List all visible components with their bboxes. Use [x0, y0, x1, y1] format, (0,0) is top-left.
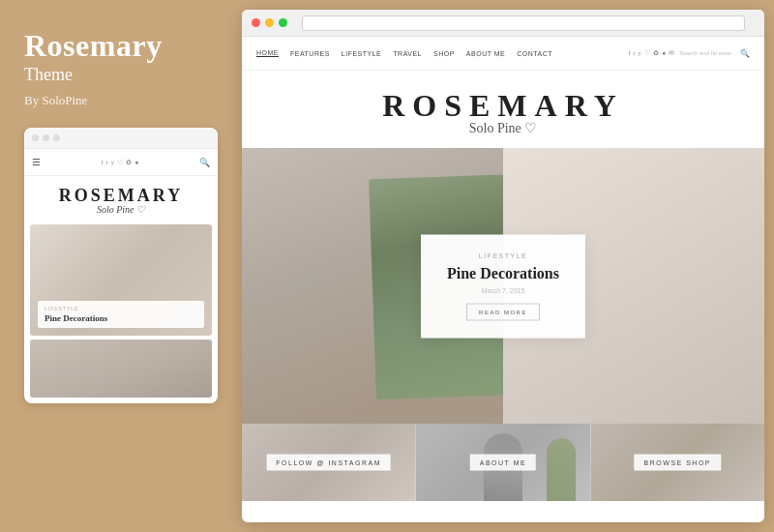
- mobile-dot-1: [32, 134, 39, 141]
- mobile-logo: ROSEMARY: [32, 186, 210, 206]
- read-more-button[interactable]: READ MORE: [466, 303, 540, 320]
- bottom-instagram: FOLLOW @ INSTAGRAM: [242, 424, 415, 501]
- nav-about[interactable]: ABOUT ME: [466, 50, 505, 57]
- mobile-dot-3: [53, 134, 60, 141]
- figure-plant: [547, 438, 576, 501]
- featured-card-date: March 7, 2015: [442, 286, 564, 293]
- nav-social-icons: fty♡✿●✉: [628, 49, 674, 57]
- mobile-small-card: [30, 340, 212, 398]
- bottom-about: ABOUT ME: [415, 424, 590, 501]
- featured-post: LIFESTYLE Pine Decorations March 7, 2015…: [242, 148, 764, 424]
- browser-close-dot: [252, 18, 260, 27]
- featured-card: LIFESTYLE Pine Decorations March 7, 2015…: [421, 234, 585, 338]
- mobile-search-icon: 🔍: [199, 158, 210, 167]
- theme-subtitle: Theme: [24, 65, 218, 85]
- mobile-card-title: Pine Decorations: [45, 313, 197, 323]
- search-icon[interactable]: 🔍: [740, 49, 750, 58]
- right-panel: HOME FEATURES LIFESTYLE TRAVEL SHOP ABOU…: [237, 0, 774, 532]
- nav-search-area: Search and hit enter... 🔍: [679, 49, 750, 58]
- about-label[interactable]: ABOUT ME: [470, 455, 536, 471]
- site-logo-script: Solo Pine ♡: [242, 120, 764, 136]
- browser-address-bar: [302, 15, 745, 31]
- nav-search-input[interactable]: Search and hit enter...: [679, 50, 736, 56]
- bottom-shop: BROWSE SHOP: [591, 424, 764, 501]
- featured-card-title: Pine Decorations: [442, 264, 564, 281]
- mobile-top-bar: [24, 128, 218, 149]
- mobile-blog-card: LIFESTYLE Pine Decorations: [30, 224, 212, 336]
- left-panel: Rosemary Theme By SoloPine ☰ fty♡✿● 🔍 RO…: [0, 0, 237, 532]
- instagram-label[interactable]: FOLLOW @ INSTAGRAM: [266, 455, 391, 471]
- mobile-card-category: LIFESTYLE: [45, 306, 197, 311]
- browser-max-dot: [279, 18, 287, 27]
- nav-shop[interactable]: SHOP: [433, 50, 455, 57]
- mobile-small-img: [30, 340, 212, 398]
- nav-lifestyle[interactable]: LIFESTYLE: [342, 50, 381, 57]
- bottom-row: FOLLOW @ INSTAGRAM ABOUT ME BROWSE SHOP: [242, 424, 764, 501]
- shop-label[interactable]: BROWSE SHOP: [635, 455, 721, 471]
- nav-home[interactable]: HOME: [256, 49, 279, 57]
- theme-title: Rosemary: [24, 29, 218, 63]
- nav-travel[interactable]: TRAVEL: [393, 50, 422, 57]
- mobile-dot-2: [43, 134, 49, 141]
- hamburger-icon: ☰: [32, 158, 41, 167]
- mobile-mockup: ☰ fty♡✿● 🔍 ROSEMARY Solo Pine ♡ LIFESTYL…: [24, 128, 218, 403]
- nav-right: fty♡✿●✉ Search and hit enter... 🔍: [628, 49, 750, 58]
- site-logo-main: ROSEMARY: [242, 88, 764, 124]
- browser-min-dot: [265, 18, 274, 27]
- nav-contact[interactable]: CONTACT: [517, 50, 552, 57]
- featured-card-category: LIFESTYLE: [442, 251, 564, 258]
- browser-chrome: [242, 10, 764, 37]
- nav-features[interactable]: FEATURES: [290, 50, 330, 57]
- nav-left: HOME FEATURES LIFESTYLE TRAVEL SHOP ABOU…: [256, 49, 552, 57]
- mobile-card-overlay: LIFESTYLE Pine Decorations: [38, 301, 204, 328]
- theme-by: By SoloPine: [24, 93, 218, 108]
- browser-window: HOME FEATURES LIFESTYLE TRAVEL SHOP ABOU…: [242, 10, 764, 522]
- mobile-logo-area: ROSEMARY Solo Pine ♡: [24, 176, 218, 221]
- mobile-nav: ☰ fty♡✿● 🔍: [24, 149, 218, 176]
- mobile-social-icons: fty♡✿●: [101, 159, 138, 166]
- site-nav: HOME FEATURES LIFESTYLE TRAVEL SHOP ABOU…: [242, 37, 764, 71]
- site-logo-area: ROSEMARY Solo Pine ♡: [242, 71, 764, 148]
